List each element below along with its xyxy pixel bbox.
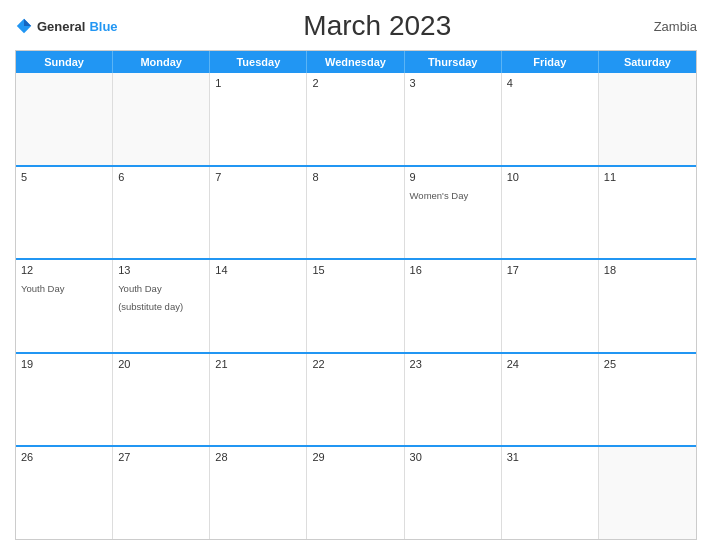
day-number: 4: [507, 77, 593, 89]
day-number: 17: [507, 264, 593, 276]
calendar-cell: 2: [307, 73, 404, 165]
calendar-header: SundayMondayTuesdayWednesdayThursdayFrid…: [16, 51, 696, 73]
calendar-cell: 1: [210, 73, 307, 165]
calendar-cell: 16: [405, 260, 502, 352]
calendar-cell: 19: [16, 354, 113, 446]
day-number: 2: [312, 77, 398, 89]
day-number: 29: [312, 451, 398, 463]
day-number: 10: [507, 171, 593, 183]
day-number: 13: [118, 264, 204, 276]
calendar-cell: 31: [502, 447, 599, 539]
calendar-cell: 26: [16, 447, 113, 539]
day-header-tuesday: Tuesday: [210, 51, 307, 73]
logo-blue: Blue: [89, 19, 117, 34]
logo: General Blue: [15, 17, 118, 35]
svg-marker-1: [24, 19, 31, 26]
calendar-week-3: 12Youth Day13Youth Day (substitute day)1…: [16, 260, 696, 354]
calendar-cell: 7: [210, 167, 307, 259]
day-number: 19: [21, 358, 107, 370]
day-number: 27: [118, 451, 204, 463]
day-number: 6: [118, 171, 204, 183]
calendar-cell: 18: [599, 260, 696, 352]
calendar-cell: 5: [16, 167, 113, 259]
day-number: 16: [410, 264, 496, 276]
day-number: 15: [312, 264, 398, 276]
day-number: 7: [215, 171, 301, 183]
day-number: 5: [21, 171, 107, 183]
day-number: 9: [410, 171, 496, 183]
calendar-title: March 2023: [118, 10, 637, 42]
day-number: 23: [410, 358, 496, 370]
day-number: 11: [604, 171, 691, 183]
day-header-friday: Friday: [502, 51, 599, 73]
header: General Blue March 2023 Zambia: [15, 10, 697, 42]
page: General Blue March 2023 Zambia SundayMon…: [0, 0, 712, 550]
day-number: 18: [604, 264, 691, 276]
calendar-cell: 29: [307, 447, 404, 539]
logo-icon: [15, 17, 33, 35]
calendar-cell: 14: [210, 260, 307, 352]
calendar-cell: 3: [405, 73, 502, 165]
day-number: 8: [312, 171, 398, 183]
day-number: 12: [21, 264, 107, 276]
day-number: 14: [215, 264, 301, 276]
calendar-body: 123456789Women's Day101112Youth Day13You…: [16, 73, 696, 539]
calendar-cell: [599, 447, 696, 539]
day-number: 20: [118, 358, 204, 370]
day-number: 3: [410, 77, 496, 89]
calendar-cell: 13Youth Day (substitute day): [113, 260, 210, 352]
day-number: 1: [215, 77, 301, 89]
day-number: 25: [604, 358, 691, 370]
day-number: 24: [507, 358, 593, 370]
calendar-cell: 6: [113, 167, 210, 259]
calendar-cell: [599, 73, 696, 165]
calendar-cell: [16, 73, 113, 165]
calendar-cell: 24: [502, 354, 599, 446]
calendar-cell: 12Youth Day: [16, 260, 113, 352]
day-header-wednesday: Wednesday: [307, 51, 404, 73]
calendar-cell: [113, 73, 210, 165]
event-label: Youth Day (substitute day): [118, 283, 183, 312]
calendar: SundayMondayTuesdayWednesdayThursdayFrid…: [15, 50, 697, 540]
day-number: 22: [312, 358, 398, 370]
calendar-cell: 10: [502, 167, 599, 259]
calendar-cell: 15: [307, 260, 404, 352]
day-number: 26: [21, 451, 107, 463]
event-label: Youth Day: [21, 283, 65, 294]
calendar-cell: 27: [113, 447, 210, 539]
country-label: Zambia: [637, 19, 697, 34]
day-number: 31: [507, 451, 593, 463]
calendar-cell: 23: [405, 354, 502, 446]
day-number: 21: [215, 358, 301, 370]
calendar-cell: 22: [307, 354, 404, 446]
calendar-week-2: 56789Women's Day1011: [16, 167, 696, 261]
calendar-cell: 9Women's Day: [405, 167, 502, 259]
calendar-cell: 8: [307, 167, 404, 259]
calendar-week-5: 262728293031: [16, 447, 696, 539]
calendar-cell: 20: [113, 354, 210, 446]
event-label: Women's Day: [410, 190, 469, 201]
calendar-cell: 25: [599, 354, 696, 446]
day-header-thursday: Thursday: [405, 51, 502, 73]
calendar-week-4: 19202122232425: [16, 354, 696, 448]
day-number: 28: [215, 451, 301, 463]
logo-general: General: [37, 19, 85, 34]
calendar-cell: 30: [405, 447, 502, 539]
calendar-week-1: 1234: [16, 73, 696, 167]
day-header-monday: Monday: [113, 51, 210, 73]
calendar-cell: 21: [210, 354, 307, 446]
calendar-cell: 28: [210, 447, 307, 539]
calendar-cell: 11: [599, 167, 696, 259]
day-number: 30: [410, 451, 496, 463]
day-header-sunday: Sunday: [16, 51, 113, 73]
day-header-saturday: Saturday: [599, 51, 696, 73]
calendar-cell: 4: [502, 73, 599, 165]
calendar-cell: 17: [502, 260, 599, 352]
